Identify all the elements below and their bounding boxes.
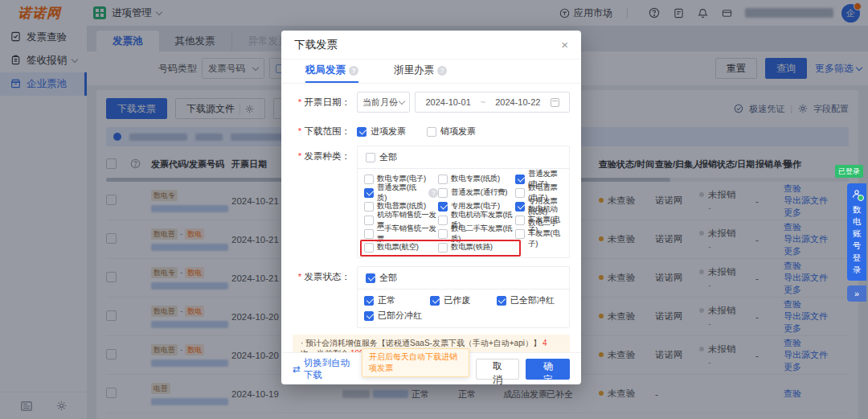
type-option-数电二手车发票(纸质)[interactable]: 数电二手车发票(纸质)	[438, 227, 515, 240]
scope-option-销项发票[interactable]: 销项发票	[427, 125, 476, 138]
help-icon: ?	[349, 66, 358, 76]
close-icon[interactable]: ×	[561, 39, 568, 51]
modal-tab-税局发票[interactable]: 税局发票?	[305, 60, 358, 83]
modal-footer: ⇄ 切换到自动下载 开启后每天自动下载进销项发票 取 消 确 定	[281, 352, 581, 384]
help-icon: ?	[437, 66, 447, 76]
type-label: 发票种类：	[293, 146, 350, 258]
date-label: 开票日期：	[293, 92, 350, 113]
collapse-icon[interactable]: »	[847, 285, 866, 302]
person-check-icon	[852, 189, 862, 200]
type-option-数电票(航空)[interactable]: 数电票(航空)	[364, 240, 438, 254]
date-start: 2024-10-01	[426, 97, 471, 107]
switch-auto-download-link[interactable]: ⇄ 切换到自动下载	[293, 357, 355, 381]
date-preset-value: 当前月份	[362, 97, 398, 109]
type-option-普通发票(通行费)[interactable]: 普通发票(通行费)	[438, 186, 515, 199]
confirm-button[interactable]: 确 定	[526, 359, 570, 380]
cancel-button[interactable]: 取 消	[476, 359, 520, 380]
status-row: 发票状态： 全部 正常已作废已全部冲红已部分冲红	[293, 266, 570, 328]
invoice-status-box: 全部 正常已作废已全部冲红已部分冲红	[357, 266, 570, 328]
modal-tabs: 税局发票?浙里办票?	[281, 60, 581, 84]
date-range-picker[interactable]: 2024-10-01 ~ 2024-10-22	[415, 92, 570, 113]
info-icon: ?	[428, 188, 438, 198]
date-separator: ~	[481, 97, 485, 107]
status-option-已作废[interactable]: 已作废	[430, 293, 496, 308]
date-end: 2024-10-22	[495, 97, 540, 107]
scope-row: 下载范围： 进项发票销项发票	[293, 121, 570, 138]
scope-option-进项发票[interactable]: 进项发票	[357, 125, 406, 138]
digital-account-widget: 数电账号登录 »	[847, 183, 866, 302]
invoice-type-box: 全部 数电专票(电子)数电专票(纸质)普通发票(电子)普通发票(纸质)?普通发票…	[357, 146, 570, 258]
type-option-数电票(铁路)[interactable]: 数电票(铁路)	[438, 240, 515, 254]
type-option-数电专票(纸质)[interactable]: 数电专票(纸质)	[438, 172, 515, 186]
type-option-数电二手车发票(电子)[interactable]: 数电二手车发票(电子)	[515, 227, 563, 240]
type-all-checkbox[interactable]: 全部	[366, 151, 561, 163]
login-status-badge: 已登录	[835, 165, 863, 178]
status-option-已全部冲红[interactable]: 已全部冲红	[497, 293, 563, 308]
calendar-icon	[551, 98, 559, 107]
auto-download-tooltip: 开启后每天自动下载进销项发票	[362, 348, 469, 377]
switch-arrows-icon: ⇄	[293, 364, 301, 375]
modal-title: 下载发票	[294, 38, 338, 52]
download-invoice-modal: 下载发票 × 税局发票?浙里办票? 开票日期： 当前月份 2024-10-01 …	[281, 31, 581, 384]
date-row: 开票日期： 当前月份 2024-10-01 ~ 2024-10-22	[293, 92, 570, 113]
status-all-checkbox[interactable]: 全部	[366, 272, 561, 284]
type-row: 发票种类： 全部 数电专票(电子)数电专票(纸质)普通发票(电子)普通发票(纸质…	[293, 146, 570, 258]
scope-label: 下载范围：	[293, 121, 350, 138]
type-option-普通发票(纸质)[interactable]: 普通发票(纸质)?	[364, 186, 438, 199]
modal-tab-浙里办票[interactable]: 浙里办票?	[394, 60, 447, 83]
status-label: 发票状态：	[293, 266, 350, 328]
date-preset-select[interactable]: 当前月份	[357, 92, 410, 113]
chevron-down-icon	[399, 97, 405, 104]
status-option-正常[interactable]: 正常	[364, 293, 430, 308]
digital-account-login[interactable]: 数电账号登录	[847, 183, 866, 281]
status-option-已部分冲红[interactable]: 已部分冲红	[364, 308, 430, 323]
type-option-二手车销售统一发票[interactable]: 二手车销售统一发票	[364, 227, 438, 240]
